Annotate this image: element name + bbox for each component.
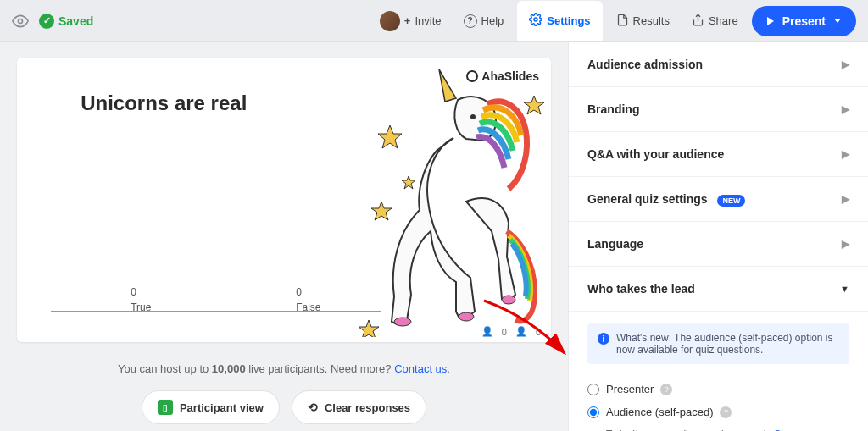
topbar-right: + Invite ? Help Settings Results Share (371, 1, 856, 41)
setting-audience-admission[interactable]: Audience admission ▶ (569, 42, 868, 87)
chevron-down-icon (834, 19, 841, 23)
refresh-icon: ⟲ (308, 401, 318, 414)
host-info-a: You can host up to (118, 362, 212, 375)
saved-label: Saved (58, 14, 93, 28)
svg-point-7 (470, 114, 476, 119)
radio-audience[interactable]: Audience (self-paced) ? (587, 401, 849, 423)
setting-label: Language (587, 237, 643, 251)
chevron-right-icon: ▶ (842, 148, 849, 160)
person-icon: 👤 (515, 326, 527, 337)
svg-marker-9 (371, 202, 392, 220)
help-button[interactable]: ? Help (455, 9, 513, 33)
present-label: Present (782, 14, 826, 28)
share-icon (692, 14, 704, 29)
main: AhaSlides Unicorns are real (0, 42, 868, 431)
new-badge: NEW (717, 195, 745, 207)
radio-presenter[interactable]: Presenter ? (587, 378, 849, 401)
tab-share[interactable]: Share (683, 8, 747, 34)
setting-general-quiz[interactable]: General quiz settings NEW ▶ (569, 177, 868, 222)
setting-label: Q&A with your audience (587, 147, 724, 161)
participant-view-label: Participant view (180, 401, 264, 414)
svg-marker-3 (439, 69, 456, 102)
play-icon (767, 17, 774, 25)
share-label: Share (709, 14, 738, 27)
bar-false-label: False (296, 301, 320, 313)
unicorn-image (356, 66, 551, 337)
setting-branding[interactable]: Branding ▶ (569, 87, 868, 132)
setting-label: Audience admission (587, 58, 703, 71)
results-label: Results (633, 14, 670, 27)
setting-label: General quiz settings (587, 192, 708, 206)
setting-who-takes-lead[interactable]: Who takes the lead ▼ (569, 267, 868, 312)
radio-audience-input[interactable] (587, 406, 599, 418)
bar-true-value: 0 (131, 286, 136, 298)
svg-point-4 (394, 318, 411, 326)
svg-marker-11 (524, 96, 544, 114)
host-info-c: live participants. Need more? (246, 362, 395, 375)
host-info: You can host up to 10,000 live participa… (17, 362, 551, 375)
participant-view-button[interactable]: ▯ Participant view (142, 390, 280, 424)
preview-eye-icon[interactable] (12, 13, 29, 30)
check-icon: ✓ (39, 14, 54, 29)
chevron-down-icon: ▼ (840, 284, 849, 294)
svg-marker-8 (378, 125, 402, 148)
tab-settings[interactable]: Settings (517, 1, 602, 41)
slide-preview[interactable]: AhaSlides Unicorns are real (17, 58, 551, 342)
info-text: What's new: The audience (self-paced) op… (616, 332, 839, 356)
canvas-area: AhaSlides Unicorns are real (0, 42, 568, 431)
clear-responses-label: Clear responses (325, 401, 410, 414)
svg-point-1 (534, 18, 537, 21)
topbar: ✓ Saved + Invite ? Help Settings Results (0, 0, 868, 42)
present-button[interactable]: Present (752, 6, 856, 36)
setting-language[interactable]: Language ▶ (569, 222, 868, 267)
radio-presenter-label: Presenter (606, 383, 654, 395)
avatar-icon (380, 11, 400, 31)
saved-status: ✓ Saved (39, 14, 93, 29)
bar-false: 0 False (296, 286, 302, 311)
clear-responses-button[interactable]: ⟲ Clear responses (292, 390, 426, 424)
chart-area: 0 True 0 False (51, 286, 381, 312)
help-icon[interactable]: ? (720, 406, 732, 418)
people-count: 0 (502, 327, 507, 337)
radio-presenter-input[interactable] (587, 384, 599, 395)
help-icon: ? (464, 14, 477, 28)
help-icon[interactable]: ? (660, 384, 672, 395)
who-takes-lead-content: i What's new: The audience (self-paced) … (569, 312, 868, 431)
invite-note: To invite your audience, please go to Sh… (587, 423, 849, 431)
svg-marker-12 (359, 320, 379, 337)
svg-marker-10 (402, 176, 415, 189)
gear-icon (529, 13, 542, 29)
chevron-right-icon: ▶ (842, 193, 849, 205)
contact-link[interactable]: Contact us (394, 362, 447, 375)
chevron-right-icon: ▶ (842, 238, 849, 250)
status-area: ✓ Saved (12, 13, 93, 30)
host-info-b: 10,000 (212, 362, 246, 375)
slide-title: Unicorns are real (17, 58, 311, 115)
settings-panel: Audience admission ▶ Branding ▶ Q&A with… (568, 42, 868, 431)
setting-label: Who takes the lead (587, 282, 695, 296)
bar-true-label: True (131, 301, 151, 313)
bar-true: 0 True (131, 286, 136, 311)
svg-point-5 (459, 312, 474, 321)
help-label: Help (481, 14, 504, 27)
setting-label: Branding (587, 102, 639, 116)
action-buttons: ▯ Participant view ⟲ Clear responses (17, 390, 551, 424)
slide-stats: 👤0 👤0 (481, 326, 541, 337)
info-icon: i (598, 333, 609, 345)
svg-point-6 (502, 296, 515, 304)
invite-button[interactable]: + Invite (371, 6, 450, 36)
radio-audience-label: Audience (self-paced) (606, 406, 713, 418)
setting-qa[interactable]: Q&A with your audience ▶ (569, 132, 868, 177)
comment-count: 0 (536, 327, 541, 337)
whats-new-info: i What's new: The audience (self-paced) … (587, 323, 849, 364)
results-icon (616, 14, 629, 29)
tab-results[interactable]: Results (608, 8, 678, 34)
people-icon: 👤 (481, 326, 493, 337)
svg-point-0 (19, 19, 23, 23)
chevron-right-icon: ▶ (842, 58, 849, 70)
settings-label: Settings (547, 14, 590, 27)
chevron-right-icon: ▶ (842, 103, 849, 115)
bar-false-value: 0 (296, 286, 302, 298)
invite-label: Invite (415, 14, 441, 27)
phone-icon: ▯ (158, 400, 173, 415)
